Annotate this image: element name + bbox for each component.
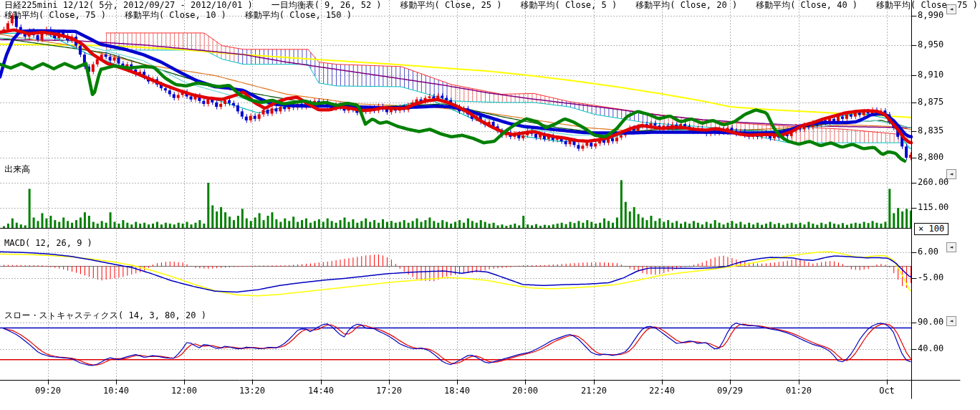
price-axis-label: 8,910: [918, 70, 943, 80]
stoch-axis-label: 40.00: [918, 344, 943, 353]
price-axis-label: 8,835: [918, 126, 943, 135]
macd-panel-scroll-button[interactable]: ◄: [946, 242, 956, 252]
volume-multiplier-badge: × 100: [914, 223, 948, 235]
macd-axis-label: 6.00: [918, 247, 938, 257]
time-axis-label: 17:20: [369, 386, 409, 396]
price-axis-label: 8,875: [918, 97, 943, 107]
time-axis-label: 12:00: [164, 386, 204, 396]
stoch-panel-scroll-button[interactable]: ◄: [946, 316, 956, 326]
time-axis-label: 22:40: [642, 386, 682, 396]
time-axis-label: 01:20: [779, 386, 819, 396]
time-axis-label: 18:40: [437, 386, 477, 396]
volume-axis-label: 260.00: [918, 178, 948, 187]
time-axis-label: 10:40: [96, 386, 136, 396]
time-axis-label: 09:20: [28, 386, 68, 396]
time-axis-label: 13:20: [232, 386, 272, 396]
legend-ma-10: 移動平均( Close, 10 ): [125, 11, 226, 20]
time-axis-label: Oct: [867, 386, 907, 396]
stoch-axis-label: 90.00: [918, 318, 943, 327]
legend-ma-20: 移動平均( Close, 20 ): [635, 1, 737, 10]
time-axis-label: 09/29: [710, 386, 750, 396]
legend-ma-40: 移動平均( Close, 40 ): [756, 1, 858, 10]
time-axis-label: 14:40: [301, 386, 341, 396]
chart-canvas: [0, 0, 980, 410]
volume-panel-title: 出来高: [4, 165, 30, 174]
legend-ichimoku: 一目均衡表( 9, 26, 52 ): [272, 1, 382, 10]
time-axis-label: 21:20: [574, 386, 614, 396]
price-axis-label: 8,800: [918, 153, 943, 162]
volume-axis-label: 115.00: [918, 203, 948, 212]
chart-legend-line-1: 日経225mini 12/12( 5分, 2012/09/27 - 2012/1…: [4, 1, 978, 10]
chart-legend-line-2: 移動平均( Close, 75 ) 移動平均( Close, 10 ) 移動平均…: [4, 11, 352, 20]
legend-instrument: 日経225mini 12/12( 5分, 2012/09/27 - 2012/1…: [4, 1, 253, 10]
price-axis-label: 8,950: [918, 40, 943, 49]
macd-axis-label: -5.00: [918, 273, 943, 282]
legend-ma-75b: 移動平均( Close, 75 ): [4, 11, 106, 20]
legend-ma-150: 移動平均( Close, 150 ): [245, 11, 352, 20]
legend-ma-75: 移動平均( Close, 75 ): [876, 1, 978, 10]
price-panel-scroll-button[interactable]: ◄: [946, 4, 956, 14]
legend-ma-25: 移動平均( Close, 25 ): [400, 1, 502, 10]
chart-application-window: 日経225mini 12/12( 5分, 2012/09/27 - 2012/1…: [0, 0, 980, 410]
macd-panel-title: MACD( 12, 26, 9 ): [4, 239, 92, 248]
time-axis-label: 20:00: [505, 386, 545, 396]
stochastics-panel-title: スロー・ストキャスティクス( 14, 3, 80, 20 ): [4, 311, 206, 320]
legend-ma-5: 移動平均( Close, 5 ): [521, 1, 618, 10]
price-axis-label: 8,990: [918, 11, 943, 20]
